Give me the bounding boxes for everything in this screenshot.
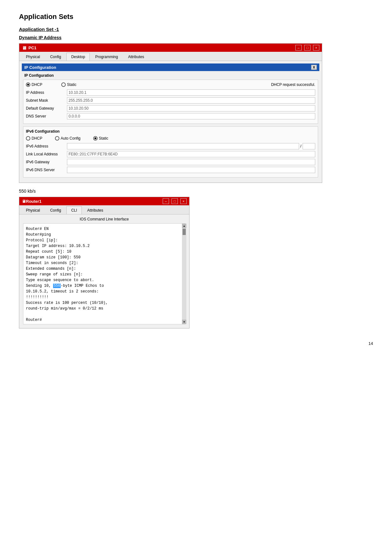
ipv6-prefix-input[interactable] — [303, 143, 315, 149]
router-tab-config[interactable]: Config — [45, 206, 66, 214]
ipv6-static-radio[interactable] — [93, 136, 98, 141]
pc1-close-button[interactable]: × — [313, 45, 319, 51]
dhcp-status: DHCP request successful. — [271, 82, 315, 87]
default-gateway-input[interactable] — [67, 105, 315, 111]
section-title: Application Set -1 — [19, 27, 373, 32]
scroll-thumb — [183, 229, 186, 235]
ipv6-dhcp-radio-label[interactable]: DHCP — [26, 136, 42, 141]
static-radio[interactable] — [61, 82, 66, 87]
dhcp-radio[interactable] — [26, 82, 30, 87]
router1-tabs: Physical Config CLI Attributes — [19, 205, 189, 214]
pc1-content: IP Configuration X IP Configuration DHCP… — [19, 61, 322, 183]
ipv6-radio-row: DHCP Auto Config Static — [26, 136, 315, 141]
dns-server-input[interactable] — [67, 113, 315, 119]
ip-address-row: IP Address — [26, 89, 315, 96]
pc1-tabs: Physical Config Desktop Programming Attr… — [19, 52, 322, 61]
pc1-window-title: PC1 — [28, 45, 36, 50]
pc1-window: 🖥 PC1 – □ × Physical Config Desktop Prog… — [19, 43, 322, 183]
ipv6-address-label: IPv6 Address — [26, 144, 67, 148]
ipv6-dns-input[interactable] — [67, 167, 315, 173]
ipv6-slash: / — [300, 144, 301, 148]
ipv6-config-section: IPv6 Configuration DHCP Auto Config Stat… — [23, 126, 318, 178]
pc1-maximize-button[interactable]: □ — [304, 45, 311, 51]
scroll-down-button[interactable]: ▼ — [182, 320, 186, 324]
subsection-title: Dynamic IP Address — [19, 35, 373, 40]
ip-config-subtitle: IP Configuration — [22, 72, 319, 80]
router1-close-button[interactable]: × — [180, 198, 187, 204]
router1-window-controls: – □ × — [163, 198, 187, 204]
router-tab-attributes[interactable]: Attributes — [82, 206, 108, 214]
tab-physical[interactable]: Physical — [21, 53, 45, 61]
page-title: Application Sets — [19, 13, 373, 21]
ipv6-dhcp-radio[interactable] — [26, 136, 30, 141]
ip-config-panel-header: IP Configuration X — [22, 63, 319, 71]
ipv6-address-input[interactable] — [67, 143, 299, 149]
router1-titlebar: 🖥 Router1 – □ × — [19, 197, 189, 205]
tab-desktop[interactable]: Desktop — [66, 53, 90, 61]
link-local-label: Link Local Address — [26, 152, 67, 156]
cli-terminal[interactable]: Router# EN Router#ping Protocol [ip]: Ta… — [23, 223, 185, 324]
dhcp-label: DHCP — [32, 82, 42, 87]
ipv6-dns-row: IPv6 DNS Server — [26, 167, 315, 173]
cli-pre-highlight: Router# EN Router#ping Protocol [ip]: Ta… — [26, 227, 94, 288]
ipv6-gateway-label: IPv6 Gateway — [26, 160, 67, 164]
ipv6-static-label: Static — [99, 136, 108, 141]
subnet-mask-row: Subnet Mask — [26, 97, 315, 104]
tab-programming[interactable]: Programming — [90, 53, 123, 61]
cli-scrollbar: ▲ ▼ — [182, 224, 186, 324]
cli-wrapper: Router# EN Router#ping Protocol [ip]: Ta… — [22, 223, 187, 324]
pc1-titlebar: 🖥 PC1 – □ × — [19, 44, 322, 52]
ip-address-input[interactable] — [67, 89, 315, 96]
link-local-row: Link Local Address — [26, 151, 315, 157]
dns-server-label: DNS Server — [26, 114, 67, 118]
router1-minimize-button[interactable]: – — [163, 198, 169, 204]
ip-config-close-button[interactable]: X — [311, 65, 317, 70]
ip-config-panel-title: IP Configuration — [24, 65, 56, 70]
static-radio-label[interactable]: Static — [61, 82, 76, 87]
ipv6-auto-radio-label[interactable]: Auto Config — [55, 136, 81, 141]
router1-window: 🖥 Router1 – □ × Physical Config CLI Attr… — [19, 197, 190, 328]
cli-post-highlight: -byte ICMP Echos to 10.10.5.2, timeout i… — [26, 284, 108, 322]
ipv6-auto-radio[interactable] — [55, 136, 59, 141]
ip-address-label: IP Address — [26, 90, 67, 95]
ipv6-section-title: IPv6 Configuration — [26, 129, 315, 134]
cli-header-label: IOS Command Line Interface — [22, 217, 187, 221]
pc1-window-controls: – □ × — [295, 45, 319, 51]
router1-content: IOS Command Line Interface Router# EN Ro… — [19, 214, 189, 328]
router1-window-title: Router1 — [26, 199, 41, 204]
router-tab-physical[interactable]: Physical — [21, 206, 45, 214]
pc1-minimize-button[interactable]: – — [295, 45, 302, 51]
subnet-mask-input[interactable] — [67, 97, 315, 104]
tab-attributes[interactable]: Attributes — [123, 53, 149, 61]
ipv6-gateway-input[interactable] — [67, 159, 315, 165]
router1-maximize-button[interactable]: □ — [172, 198, 178, 204]
ipv6-auto-label: Auto Config — [61, 136, 81, 141]
ipv6-dns-label: IPv6 DNS Server — [26, 168, 67, 172]
ipv4-radio-row: DHCP Static DHCP request successful. — [26, 82, 315, 87]
cli-text: Router# EN Router#ping Protocol [ip]: Ta… — [26, 226, 183, 323]
dns-server-row: DNS Server — [26, 113, 315, 119]
ipv4-config-section: DHCP Static DHCP request successful. IP … — [23, 80, 318, 124]
default-gateway-row: Default Gateway — [26, 105, 315, 111]
ipv6-address-row: IPv6 Address / — [26, 143, 315, 149]
page-number: 14 — [19, 341, 373, 346]
tab-config[interactable]: Config — [45, 53, 66, 61]
static-label: Static — [67, 82, 76, 87]
default-gateway-label: Default Gateway — [26, 106, 67, 111]
scroll-up-button[interactable]: ▲ — [182, 224, 186, 228]
router-tab-cli[interactable]: CLI — [66, 206, 82, 214]
ipv6-static-radio-label[interactable]: Static — [93, 136, 108, 141]
ipv6-dhcp-label: DHCP — [32, 136, 42, 141]
cli-highlight-550: 550 — [53, 284, 61, 288]
ipv6-gateway-row: IPv6 Gateway — [26, 159, 315, 165]
pc-icon: 🖥 — [22, 45, 27, 51]
router-icon: 🖥 — [22, 199, 26, 204]
subnet-mask-label: Subnet Mask — [26, 98, 67, 103]
dhcp-radio-label[interactable]: DHCP — [26, 82, 42, 87]
speed-label: 550 kb/s — [19, 189, 373, 194]
link-local-input[interactable] — [67, 151, 315, 157]
